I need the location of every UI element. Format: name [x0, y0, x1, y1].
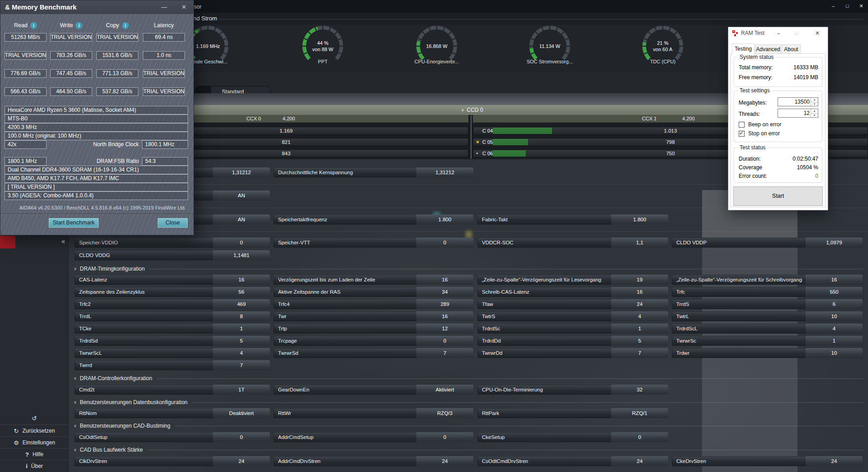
table-row-pill: Trfc550 — [672, 287, 863, 297]
table-row-pill: Zeitspanne des Zeilenzyklus56 — [75, 287, 270, 297]
row-value: 24 — [416, 456, 473, 466]
tab-testing[interactable]: Testing — [732, 43, 755, 54]
system-status-group: System status Total memory: 16333 MB Fre… — [734, 57, 822, 87]
sidebar-divider — [0, 448, 69, 448]
section-divider — [192, 402, 863, 403]
tab-advanced[interactable]: Advanced — [755, 44, 781, 54]
benchmark-result-cell: TRIAL VERSION — [143, 69, 185, 78]
threads-label: Threads: — [739, 110, 760, 118]
row-label: TwrwrSd — [278, 348, 298, 358]
minimize-icon[interactable]: – — [773, 27, 784, 39]
chevron-down-icon[interactable]: ∨ — [74, 448, 77, 452]
row-label: „Zeile-zu-Spalte“-Verzögerungszeit für S… — [676, 275, 802, 285]
benchmark-titlebar[interactable]: & Memory Benchmark — ✕ — [0, 0, 193, 14]
stop-on-error-checkbox[interactable]: ✓ — [739, 131, 745, 137]
row-value: RZQ/1 — [611, 408, 668, 418]
system-info-row: Dual Channel DDR4-3600 SDRAM (16-19-16-3… — [5, 166, 188, 174]
sidebar-item-reset[interactable]: ↻ Zurücksetzen — [0, 425, 69, 436]
row-label: Zeitspanne des Zeilenzyklus — [79, 287, 145, 297]
table-row-pill: Trfc2469 — [75, 299, 270, 309]
section-title: Benutzersteuerungen CAD-Bustiming — [80, 423, 170, 429]
chevron-down-icon[interactable]: ∨ — [74, 376, 77, 381]
section-header[interactable]: ∨Benutzersteuerungen Datenbuskonfigurati… — [74, 399, 863, 406]
beep-on-error-checkbox[interactable] — [739, 122, 745, 128]
row-value: 1,1 — [611, 238, 668, 248]
row-value: 16 — [416, 275, 473, 285]
row-value: 550 — [806, 287, 863, 297]
megabytes-value[interactable]: 13500 — [778, 98, 810, 106]
start-button[interactable]: Start — [733, 186, 823, 206]
threads-value[interactable]: 12 — [778, 109, 810, 117]
benchmark-result-cell: TRIAL VERSION — [50, 33, 92, 42]
section-header[interactable]: ∨CAD Bus Laufwerk Stärke — [74, 446, 863, 453]
sidebar-item-settings[interactable]: ⚙ Einstellungen — [0, 437, 69, 448]
row-label: Trcpage — [278, 336, 297, 346]
sidebar-item-about[interactable]: i Über — [0, 461, 69, 472]
table-row-pill: Trtp12 — [274, 324, 473, 334]
row-value: 16 — [213, 275, 270, 285]
table-row-pill: CLDO VDDG1,1481 — [75, 250, 270, 260]
table-row-pill: RttParkRZQ/1 — [477, 408, 668, 418]
stop-on-error-label[interactable]: Stop on error — [748, 131, 780, 137]
stepper-down-icon[interactable]: ▼ — [811, 113, 818, 117]
row-label: TrdrdScL — [676, 324, 698, 334]
sidebar-item-label: Über — [31, 463, 43, 469]
sidebar-divider — [0, 460, 69, 460]
minimize-icon[interactable]: — — [158, 0, 170, 14]
row-value: AN — [213, 215, 270, 224]
close-icon[interactable]: ✕ — [178, 0, 190, 14]
table-row-pill: Tfaw24 — [477, 299, 668, 309]
row-label: Durchschnittliche Kernspannung — [278, 167, 353, 177]
stepper-up-icon[interactable]: ▲ — [811, 98, 818, 102]
chevron-down-icon[interactable]: ∨ — [74, 267, 77, 271]
threads-stepper[interactable]: 12 ▲▼ — [778, 109, 818, 118]
chevron-down-icon[interactable]: ∨ — [74, 400, 77, 405]
section-title: Benutzersteuerungen Datenbuskonfiguratio… — [80, 399, 188, 405]
row-value: 8 — [213, 311, 270, 321]
section-header[interactable]: ∨DRAM-Timingkonfiguration — [74, 265, 863, 272]
table-row-pill: TwrwrScL4 — [75, 348, 270, 358]
beep-on-error-label[interactable]: Beep on error — [748, 122, 781, 128]
row-value: 6 — [806, 299, 863, 309]
sidebar-collapse-chevron[interactable]: « — [61, 238, 65, 245]
stepper-down-icon[interactable]: ▼ — [811, 102, 818, 106]
megabytes-stepper[interactable]: 13500 ▲▼ — [778, 97, 818, 106]
row-value: 0 — [213, 238, 270, 248]
table-row-pill: „Zeile-zu-Spalte“-Verzögerungszeit für L… — [477, 275, 668, 285]
stepper-buttons[interactable]: ▲▼ — [811, 98, 818, 106]
row-label: RttWr — [278, 408, 291, 418]
system-info-label: DRAM:FSB Ratio — [50, 157, 139, 166]
sidebar-item-undo[interactable]: ↺ — [0, 413, 69, 424]
stepper-up-icon[interactable]: ▲ — [811, 109, 818, 113]
table-row-pill: Trfc4289 — [274, 299, 473, 309]
system-info-row: 100.0 MHz (original: 100 MHz) — [5, 132, 188, 140]
close-icon[interactable]: ✕ — [811, 27, 823, 39]
section-header[interactable]: ∨Benutzersteuerungen CAD-Bustiming — [74, 422, 863, 429]
info-icon[interactable]: i — [122, 22, 129, 29]
row-value: 16 — [806, 275, 863, 285]
section-header[interactable]: ∨DRAM-Controllerkonfiguration — [74, 375, 863, 382]
start-benchmark-button[interactable]: Start Benchmark — [49, 218, 99, 228]
maximize-icon[interactable]: □ — [791, 27, 802, 39]
row-label: Twrrd — [79, 360, 92, 370]
row-label: RttPark — [482, 408, 499, 418]
table-row-pill: RttWrRZQ/3 — [274, 408, 473, 418]
sidebar-divider — [0, 436, 69, 437]
info-icon[interactable]: i — [30, 22, 37, 29]
tab-about[interactable]: About — [782, 44, 801, 54]
row-value: 1,1481 — [213, 250, 270, 260]
ram-test-icon — [732, 30, 739, 37]
info-icon[interactable]: i — [75, 22, 82, 29]
benchmark-result-cell: 1.0 ns — [143, 51, 185, 60]
table-row-pill: TrrdL8 — [75, 311, 270, 321]
row-value: 0 — [611, 432, 668, 442]
stepper-buttons[interactable]: ▲▼ — [811, 109, 818, 117]
row-value: 16 — [416, 311, 473, 321]
row-value: 24 — [611, 456, 668, 466]
close-button[interactable]: Close — [158, 218, 188, 228]
table-row-pill: TwtrS4 — [477, 311, 668, 321]
row-value: 1,31212 — [213, 167, 270, 177]
benchmark-result-cell: 566.43 GB/s — [5, 87, 47, 96]
sidebar-item-help[interactable]: ? Hilfe — [0, 449, 69, 460]
chevron-down-icon[interactable]: ∨ — [74, 424, 77, 428]
